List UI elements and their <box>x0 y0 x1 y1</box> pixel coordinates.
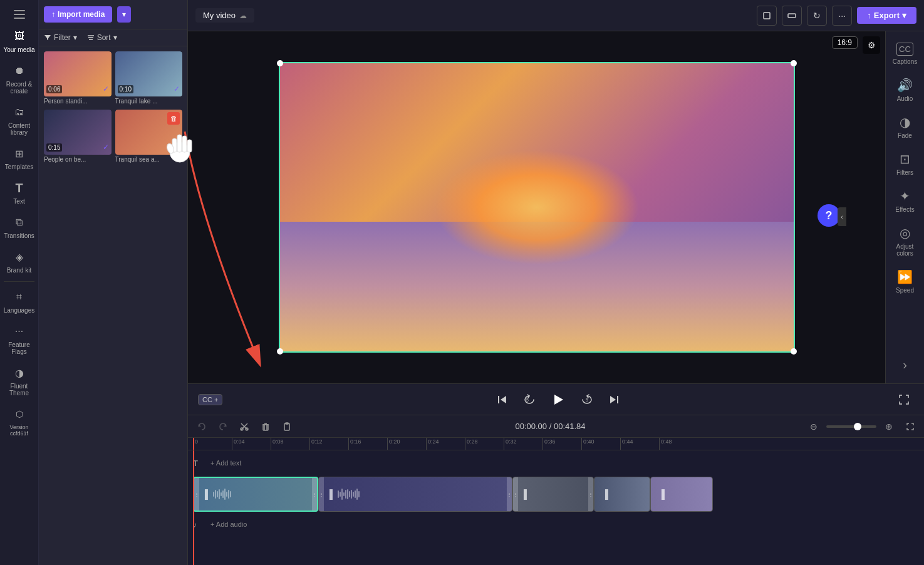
sidebar-item-transitions[interactable]: ⧉ Transitions <box>0 210 38 244</box>
media-thumb-3[interactable]: 0:15 ✓ People on be... <box>44 110 112 164</box>
sidebar-item-content-library[interactable]: 🗂 Content library <box>0 100 38 141</box>
clip-3-handle-right[interactable]: ⋮ <box>588 477 593 511</box>
skip-to-start-button[interactable] <box>492 390 512 410</box>
canvas-handle-br[interactable] <box>791 348 797 355</box>
video-clip-1[interactable]: ⋮ ▐ ⋮ <box>193 477 318 512</box>
clip-1-handle-left[interactable]: ⋮ <box>194 478 199 511</box>
right-panel-speed[interactable]: ⏩ Speed <box>886 263 924 300</box>
canvas-handle-tr[interactable] <box>791 60 797 66</box>
play-button[interactable] <box>547 388 569 411</box>
svg-rect-2 <box>14 18 25 19</box>
forward-5-button[interactable]: 5 <box>577 390 597 410</box>
media-grid: 0:06 ✓ Person standi... 0:10 ✓ Tranquil … <box>39 46 187 169</box>
crop-button[interactable] <box>757 6 777 26</box>
media-panel-header: ↑ Import media ▾ <box>39 0 187 29</box>
video-clip-2[interactable]: ⋮ ▐ ⋮ <box>318 477 512 512</box>
sidebar-item-version[interactable]: ⬡ Version ccfd61f <box>0 402 38 442</box>
ruler-24: 0:24 <box>426 438 465 450</box>
project-tab[interactable]: My video ☁ <box>195 8 254 23</box>
clipboard-button[interactable] <box>278 418 296 435</box>
canvas-settings-button[interactable]: ⚙ <box>863 36 880 54</box>
video-track-row: ⋮ ▐ ⋮ ⋮ ▐ <box>193 477 919 512</box>
fullscreen-button[interactable] <box>894 390 914 410</box>
feature-flags-icon: ··· <box>12 324 27 339</box>
clip-5-audio-icon: ▐ <box>658 489 665 499</box>
clip-2-handle-left[interactable]: ⋮ <box>319 477 324 511</box>
import-media-button[interactable]: ↑ Import media <box>44 6 112 23</box>
sidebar-item-brand-kit[interactable]: ◈ Brand kit <box>0 244 38 279</box>
templates-icon: ⊞ <box>12 146 27 161</box>
ruler-32: 0:32 <box>504 438 542 450</box>
cut-button[interactable] <box>236 418 253 435</box>
delete-button[interactable] <box>257 418 274 435</box>
undo-button[interactable] <box>193 418 210 435</box>
collapse-right-panel-button[interactable]: ‹ <box>838 207 846 226</box>
zoom-out-button[interactable]: ⊖ <box>805 418 823 435</box>
left-sidebar: 🖼 Your media ⏺ Record & create 🗂 Content… <box>0 0 39 565</box>
rotate-button[interactable]: ↻ <box>807 6 827 26</box>
your-media-icon: 🖼 <box>12 29 27 44</box>
preview-controls-right <box>894 390 914 410</box>
adjust-colors-icon: ◎ <box>900 225 910 241</box>
more-options-button[interactable]: ··· <box>832 6 852 26</box>
thumb-3-label: People on be... <box>44 155 112 164</box>
canvas-handle-bl[interactable] <box>277 348 283 355</box>
clip-2-audio-icon: ▐ <box>326 489 333 499</box>
media-thumb-2[interactable]: 0:10 ✓ Tranquil lake ... <box>115 51 183 106</box>
redo-button[interactable] <box>214 418 232 435</box>
project-name: My video <box>203 11 236 20</box>
trim-button[interactable] <box>782 6 802 26</box>
right-panel-fade[interactable]: ◑ Fade <box>886 108 924 145</box>
skip-to-end-button[interactable] <box>605 390 625 410</box>
sidebar-item-templates[interactable]: ⊞ Templates <box>0 141 38 175</box>
media-thumb-1[interactable]: 0:06 ✓ Person standi... <box>44 51 112 106</box>
rewind-5-button[interactable]: 5 <box>519 390 539 410</box>
filter-button[interactable]: Filter ▾ <box>44 33 77 42</box>
video-clip-4[interactable]: ▐ <box>594 477 650 512</box>
video-clip-5[interactable]: ▐ <box>650 477 713 512</box>
sidebar-item-your-media[interactable]: 🖼 Your media <box>0 24 38 58</box>
sidebar-divider <box>4 281 34 282</box>
ruler-44: 0:44 <box>620 438 659 450</box>
add-audio-button[interactable]: + Add audio <box>210 521 247 528</box>
fit-to-window-button[interactable] <box>901 418 919 435</box>
clip-1-handle-right[interactable]: ⋮ <box>312 478 317 511</box>
export-button[interactable]: ↑ Export ▾ <box>857 7 916 24</box>
media-thumb-4[interactable]: Add to timeline 🗑 Tranquil sea a... <box>115 110 183 164</box>
sidebar-item-record-create[interactable]: ⏺ Record & create <box>0 58 38 100</box>
crop-icon <box>762 11 772 21</box>
cc-button[interactable]: CC + <box>198 394 222 405</box>
zoom-in-button[interactable]: ⊕ <box>880 418 898 435</box>
right-panel-adjust[interactable]: ◎ Adjust colors <box>886 219 924 263</box>
sidebar-item-fluent-theme[interactable]: ◑ Fluent Theme <box>0 360 38 402</box>
svg-rect-1 <box>14 14 25 15</box>
clip-2-waveform <box>338 488 506 500</box>
ruler-48: 0:48 <box>659 438 698 450</box>
speed-icon: ⏩ <box>897 269 913 284</box>
sidebar-item-feature-flags[interactable]: ··· Feature Flags <box>0 319 38 360</box>
preview-controls-center: 5 5 <box>492 388 625 411</box>
right-panel-effects[interactable]: ✦ Effects <box>886 182 924 219</box>
right-panel-captions[interactable]: CC Captions <box>886 36 924 71</box>
zoom-slider[interactable] <box>826 425 876 428</box>
hamburger-menu[interactable] <box>0 5 38 24</box>
sidebar-item-languages[interactable]: ⌗ Languages <box>0 284 38 319</box>
clip-3-handle-left[interactable]: ⋮ <box>513 477 518 511</box>
svg-rect-21 <box>263 425 268 430</box>
right-panel-filters[interactable]: ⊡ Filters <box>886 145 924 182</box>
right-panel-audio[interactable]: 🔊 Audio <box>886 71 924 108</box>
sort-button[interactable]: Sort ▾ <box>87 33 117 42</box>
export-dropdown-icon: ▾ <box>902 11 906 20</box>
canvas-handle-tl[interactable] <box>277 60 283 66</box>
video-clip-3[interactable]: ⋮ ▐ ⋮ <box>512 477 594 512</box>
sidebar-item-text[interactable]: T Text <box>0 175 38 210</box>
forward-icon: 5 <box>581 393 593 406</box>
right-panel-expand[interactable]: › <box>886 351 924 378</box>
thumb-4-delete[interactable]: 🗑 <box>167 112 180 125</box>
add-text-button[interactable]: + Add text <box>210 459 241 467</box>
ruler-16: 0:16 <box>348 438 387 450</box>
delete-icon <box>261 422 270 431</box>
clip-2-handle-right[interactable]: ⋮ <box>507 477 512 511</box>
help-button[interactable]: ? <box>818 204 840 227</box>
import-media-dropdown[interactable]: ▾ <box>117 6 131 23</box>
